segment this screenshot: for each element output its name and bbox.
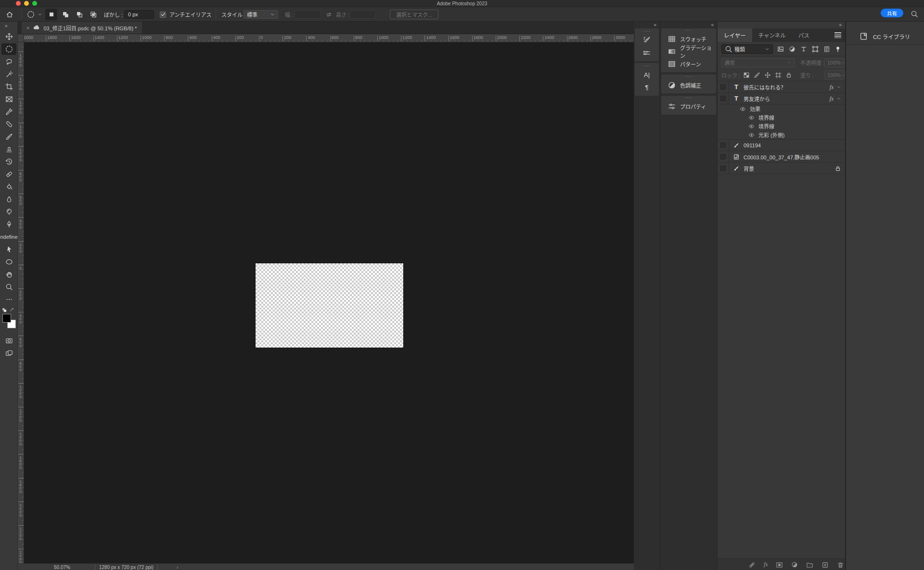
layer-visibility-toggle[interactable] [718, 140, 729, 151]
blur-tool[interactable] [0, 193, 18, 206]
swap-colors-icon[interactable] [10, 308, 15, 313]
layer-visibility-toggle[interactable] [718, 93, 729, 104]
effects-group-row[interactable]: 効果 [718, 104, 845, 113]
layer-visibility-toggle[interactable] [718, 163, 729, 174]
frame-tool[interactable] [0, 93, 18, 105]
fx-button[interactable]: fx [764, 561, 768, 567]
crop-tool[interactable] [0, 80, 18, 93]
feather-input[interactable]: 0 px [124, 10, 154, 19]
add-selection-button[interactable] [59, 9, 71, 20]
opacity-value[interactable]: 100% [824, 58, 845, 67]
eye-icon[interactable] [748, 123, 755, 130]
filter-type-filter-icon[interactable] [800, 46, 807, 52]
document-tab[interactable]: × 03_修正1回目.psdc @ 50.1% (RGB/8) * [22, 22, 142, 34]
filter-shape-filter-icon[interactable] [812, 46, 819, 52]
adjustments-panel-button[interactable]: 色調補正 [661, 79, 716, 91]
layer-fx-badge[interactable]: fx [830, 96, 834, 102]
toolbar-ellipsis[interactable] [0, 293, 18, 306]
layer-fx-badge[interactable]: fx [830, 84, 834, 90]
default-colors-icon[interactable] [2, 308, 7, 313]
intersect-selection-button[interactable] [87, 9, 99, 20]
subtract-selection-button[interactable] [73, 9, 85, 20]
type-tool[interactable]: undefined [0, 231, 18, 243]
antialias-checkbox[interactable] [160, 7, 166, 22]
effect-row[interactable]: 境界線 [718, 113, 845, 122]
layer-row[interactable]: T男友達からfx [718, 93, 845, 104]
blend-mode-select[interactable]: 通常 [721, 58, 795, 67]
new-layer-button[interactable] [821, 561, 829, 569]
screen-mode-button[interactable] [0, 347, 18, 360]
history-brush-tool[interactable] [0, 155, 18, 168]
filter-smart-filter-icon[interactable] [823, 46, 830, 52]
pen-tool[interactable] [0, 218, 18, 231]
lock-move-icon[interactable] [764, 72, 771, 78]
character-panel-button[interactable]: A| [635, 68, 659, 81]
lock-artboard-icon[interactable] [775, 72, 782, 78]
quick-mask-mode-button[interactable] [0, 335, 18, 347]
properties-panel-button[interactable]: プロパティ [661, 100, 716, 113]
brush-tool[interactable] [0, 130, 18, 143]
new-selection-button[interactable] [45, 9, 57, 20]
move-tool[interactable] [0, 30, 18, 43]
eyedropper-tool[interactable] [0, 105, 18, 118]
lock-brush-icon[interactable] [754, 72, 760, 78]
layer-row[interactable]: 091194 [718, 140, 845, 151]
zoom-tool[interactable] [0, 281, 18, 293]
filter-image-icon[interactable] [777, 46, 784, 52]
path-selection-tool[interactable] [0, 243, 18, 256]
eraser-tool[interactable] [0, 168, 18, 181]
search-icon[interactable] [911, 10, 918, 18]
tool-preset-picker[interactable] [27, 7, 42, 22]
transparent-document-canvas[interactable] [256, 263, 403, 348]
clone-stamp-tool[interactable] [0, 143, 18, 155]
gradients-panel-button[interactable]: グラデーション [661, 45, 716, 58]
tab-layers[interactable]: レイヤー [718, 28, 752, 42]
width-input[interactable] [295, 10, 321, 19]
toolbar-expand-button[interactable]: » [0, 22, 17, 30]
link-button[interactable] [748, 561, 756, 569]
shape-tool[interactable] [0, 256, 18, 268]
foreground-color-swatch[interactable] [2, 314, 11, 323]
maximize-window-button[interactable] [32, 1, 37, 6]
hand-tool[interactable] [0, 268, 18, 281]
eye-icon[interactable] [740, 106, 746, 112]
style-select[interactable]: 標準 [244, 10, 278, 19]
layer-filter-type-select[interactable]: 種類 [721, 44, 773, 54]
tab-paths[interactable]: パス [792, 28, 816, 42]
effect-row[interactable]: 光彩 (外側) [718, 130, 845, 139]
dodge-tool[interactable] [0, 206, 18, 218]
home-button[interactable] [6, 7, 13, 22]
adjustment-half-button[interactable] [791, 561, 798, 568]
pasteboard[interactable] [24, 42, 634, 563]
folder-button[interactable] [806, 561, 813, 569]
mask-button[interactable] [776, 561, 783, 569]
elliptical-marquee-tool[interactable] [0, 43, 18, 55]
height-input[interactable] [349, 10, 376, 19]
panel-menu-icon[interactable] [834, 32, 841, 38]
cc-library-header[interactable]: CC ライブラリ [846, 28, 924, 45]
brushes-panel-button[interactable] [635, 46, 659, 59]
filter-adjustment-half-icon[interactable] [789, 46, 796, 52]
close-tab-icon[interactable]: × [26, 25, 29, 31]
select-and-mask-button[interactable]: 選択とマスク... [390, 10, 438, 19]
fill-value[interactable]: 100% [824, 70, 845, 79]
layer-row[interactable]: 背景 [718, 163, 845, 174]
layer-row[interactable]: C0003.00_00_37_47.静止画005 [718, 151, 845, 163]
chevron-down-icon[interactable] [836, 85, 841, 90]
chevron-up-icon[interactable] [836, 96, 841, 101]
eye-icon[interactable] [748, 132, 755, 138]
paragraph-panel-button[interactable]: ¶ [635, 81, 659, 93]
lock-transparent-icon[interactable] [743, 72, 750, 78]
tab-channels[interactable]: チャンネル [752, 28, 792, 42]
swap-dimensions-icon[interactable] [325, 7, 333, 22]
layer-visibility-toggle[interactable] [718, 151, 729, 162]
filter-toggle-icon[interactable] [834, 46, 841, 52]
paint-bucket-tool[interactable] [0, 181, 18, 193]
share-button[interactable]: 共有 [881, 9, 903, 17]
status-chevron-icon[interactable]: › [177, 565, 178, 570]
collapse-panels-button[interactable]: « [634, 22, 660, 28]
quick-selection-tool[interactable] [0, 68, 18, 80]
healing-brush-tool[interactable] [0, 118, 18, 130]
effect-row[interactable]: 境界線 [718, 122, 845, 130]
patterns-panel-button[interactable]: パターン [661, 58, 716, 70]
